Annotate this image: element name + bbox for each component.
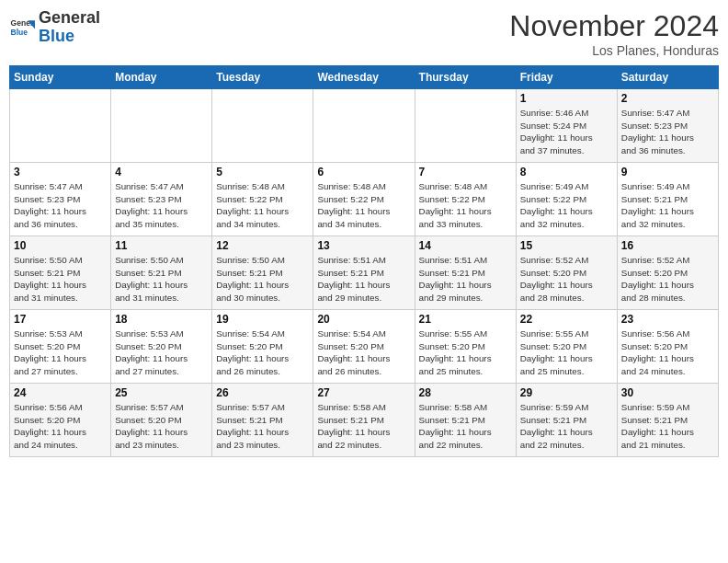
calendar-cell (10, 89, 111, 163)
day-info: Sunrise: 5:50 AMSunset: 5:21 PMDaylight:… (216, 254, 309, 304)
day-info: Sunrise: 5:55 AMSunset: 5:20 PMDaylight:… (520, 327, 613, 378)
day-info: Sunrise: 5:53 AMSunset: 5:20 PMDaylight:… (115, 327, 208, 378)
day-number: 12 (216, 239, 309, 252)
svg-text:Blue: Blue (11, 28, 28, 37)
calendar-cell: 9Sunrise: 5:49 AMSunset: 5:21 PMDaylight… (617, 163, 718, 236)
calendar-cell: 17Sunrise: 5:53 AMSunset: 5:20 PMDayligh… (10, 310, 111, 384)
day-info: Sunrise: 5:56 AMSunset: 5:20 PMDaylight:… (14, 401, 107, 452)
day-number: 7 (419, 166, 512, 178)
day-number: 9 (621, 166, 714, 178)
weekday-header-monday: Monday (111, 66, 212, 89)
location-subtitle: Los Planes, Honduras (509, 43, 719, 58)
calendar-week-3: 10Sunrise: 5:50 AMSunset: 5:21 PMDayligh… (10, 236, 719, 310)
calendar-cell: 1Sunrise: 5:46 AMSunset: 5:24 PMDaylight… (516, 89, 617, 163)
day-info: Sunrise: 5:59 AMSunset: 5:21 PMDaylight:… (621, 401, 714, 452)
day-info: Sunrise: 5:57 AMSunset: 5:21 PMDaylight:… (216, 401, 309, 452)
day-number: 10 (14, 239, 107, 252)
weekday-header-thursday: Thursday (415, 66, 516, 89)
weekday-header-friday: Friday (516, 66, 617, 89)
day-number: 15 (520, 239, 613, 252)
day-info: Sunrise: 5:48 AMSunset: 5:22 PMDaylight:… (317, 180, 410, 231)
calendar-cell: 6Sunrise: 5:48 AMSunset: 5:22 PMDaylight… (313, 163, 415, 236)
calendar-cell: 16Sunrise: 5:52 AMSunset: 5:20 PMDayligh… (617, 236, 718, 310)
day-number: 8 (520, 166, 613, 178)
day-info: Sunrise: 5:47 AMSunset: 5:23 PMDaylight:… (14, 180, 107, 231)
day-number: 19 (216, 313, 309, 326)
calendar-cell: 3Sunrise: 5:47 AMSunset: 5:23 PMDaylight… (10, 163, 111, 236)
day-info: Sunrise: 5:52 AMSunset: 5:20 PMDaylight:… (621, 254, 714, 304)
calendar-cell: 26Sunrise: 5:57 AMSunset: 5:21 PMDayligh… (212, 384, 313, 457)
weekday-header-sunday: Sunday (10, 66, 111, 89)
day-info: Sunrise: 5:50 AMSunset: 5:21 PMDaylight:… (115, 254, 208, 304)
calendar-cell: 23Sunrise: 5:56 AMSunset: 5:20 PMDayligh… (617, 310, 718, 384)
day-info: Sunrise: 5:47 AMSunset: 5:23 PMDaylight:… (115, 180, 208, 231)
day-number: 20 (317, 313, 410, 326)
day-number: 13 (317, 239, 410, 252)
title-block: November 2024 Los Planes, Honduras (509, 9, 719, 58)
calendar-cell: 15Sunrise: 5:52 AMSunset: 5:20 PMDayligh… (516, 236, 617, 310)
day-info: Sunrise: 5:46 AMSunset: 5:24 PMDaylight:… (520, 107, 613, 157)
day-info: Sunrise: 5:54 AMSunset: 5:20 PMDaylight:… (216, 327, 309, 378)
weekday-header-row: SundayMondayTuesdayWednesdayThursdayFrid… (10, 66, 719, 89)
day-number: 3 (14, 166, 107, 178)
calendar-cell: 13Sunrise: 5:51 AMSunset: 5:21 PMDayligh… (313, 236, 415, 310)
day-number: 26 (216, 386, 309, 399)
day-number: 5 (216, 166, 309, 178)
day-info: Sunrise: 5:56 AMSunset: 5:20 PMDaylight:… (621, 327, 714, 378)
calendar-cell: 2Sunrise: 5:47 AMSunset: 5:23 PMDaylight… (617, 89, 718, 163)
calendar-body: 1Sunrise: 5:46 AMSunset: 5:24 PMDaylight… (10, 89, 719, 457)
day-number: 23 (621, 313, 714, 326)
weekday-header-tuesday: Tuesday (212, 66, 313, 89)
day-number: 30 (621, 386, 714, 399)
day-info: Sunrise: 5:54 AMSunset: 5:20 PMDaylight:… (317, 327, 410, 378)
calendar-week-2: 3Sunrise: 5:47 AMSunset: 5:23 PMDaylight… (10, 163, 719, 236)
day-number: 25 (115, 386, 208, 399)
day-info: Sunrise: 5:53 AMSunset: 5:20 PMDaylight:… (14, 327, 107, 378)
day-info: Sunrise: 5:55 AMSunset: 5:20 PMDaylight:… (419, 327, 512, 378)
day-number: 16 (621, 239, 714, 252)
day-number: 1 (520, 92, 613, 105)
calendar-cell: 10Sunrise: 5:50 AMSunset: 5:21 PMDayligh… (10, 236, 111, 310)
day-info: Sunrise: 5:48 AMSunset: 5:22 PMDaylight:… (216, 180, 309, 231)
calendar-table: SundayMondayTuesdayWednesdayThursdayFrid… (9, 65, 719, 457)
day-info: Sunrise: 5:59 AMSunset: 5:21 PMDaylight:… (520, 401, 613, 452)
day-number: 18 (115, 313, 208, 326)
calendar-cell (111, 89, 212, 163)
calendar-cell: 28Sunrise: 5:58 AMSunset: 5:21 PMDayligh… (415, 384, 516, 457)
calendar-cell: 18Sunrise: 5:53 AMSunset: 5:20 PMDayligh… (111, 310, 212, 384)
calendar-week-4: 17Sunrise: 5:53 AMSunset: 5:20 PMDayligh… (10, 310, 719, 384)
day-info: Sunrise: 5:48 AMSunset: 5:22 PMDaylight:… (419, 180, 512, 231)
day-number: 24 (14, 386, 107, 399)
calendar-cell (415, 89, 516, 163)
logo-general-text: General (39, 8, 100, 27)
day-info: Sunrise: 5:51 AMSunset: 5:21 PMDaylight:… (419, 254, 512, 304)
day-number: 27 (317, 386, 410, 399)
calendar-week-5: 24Sunrise: 5:56 AMSunset: 5:20 PMDayligh… (10, 384, 719, 457)
calendar-cell: 4Sunrise: 5:47 AMSunset: 5:23 PMDaylight… (111, 163, 212, 236)
day-number: 2 (621, 92, 714, 105)
day-number: 14 (419, 239, 512, 252)
calendar-cell: 11Sunrise: 5:50 AMSunset: 5:21 PMDayligh… (111, 236, 212, 310)
day-number: 6 (317, 166, 410, 178)
month-year-title: November 2024 (509, 9, 719, 43)
day-info: Sunrise: 5:58 AMSunset: 5:21 PMDaylight:… (317, 401, 410, 452)
calendar-cell: 25Sunrise: 5:57 AMSunset: 5:20 PMDayligh… (111, 384, 212, 457)
day-info: Sunrise: 5:49 AMSunset: 5:22 PMDaylight:… (520, 180, 613, 231)
weekday-header-wednesday: Wednesday (313, 66, 415, 89)
day-info: Sunrise: 5:50 AMSunset: 5:21 PMDaylight:… (14, 254, 107, 304)
calendar-cell: 8Sunrise: 5:49 AMSunset: 5:22 PMDaylight… (516, 163, 617, 236)
day-number: 28 (419, 386, 512, 399)
calendar-cell: 5Sunrise: 5:48 AMSunset: 5:22 PMDaylight… (212, 163, 313, 236)
logo-icon: General Blue (9, 15, 35, 40)
calendar-cell: 12Sunrise: 5:50 AMSunset: 5:21 PMDayligh… (212, 236, 313, 310)
day-info: Sunrise: 5:51 AMSunset: 5:21 PMDaylight:… (317, 254, 410, 304)
calendar-cell: 30Sunrise: 5:59 AMSunset: 5:21 PMDayligh… (617, 384, 718, 457)
calendar-cell: 19Sunrise: 5:54 AMSunset: 5:20 PMDayligh… (212, 310, 313, 384)
calendar-header: SundayMondayTuesdayWednesdayThursdayFrid… (10, 66, 719, 89)
weekday-header-saturday: Saturday (617, 66, 718, 89)
calendar-cell: 24Sunrise: 5:56 AMSunset: 5:20 PMDayligh… (10, 384, 111, 457)
calendar-cell: 29Sunrise: 5:59 AMSunset: 5:21 PMDayligh… (516, 384, 617, 457)
logo: General Blue General Blue (9, 9, 100, 46)
day-info: Sunrise: 5:52 AMSunset: 5:20 PMDaylight:… (520, 254, 613, 304)
calendar-cell: 14Sunrise: 5:51 AMSunset: 5:21 PMDayligh… (415, 236, 516, 310)
